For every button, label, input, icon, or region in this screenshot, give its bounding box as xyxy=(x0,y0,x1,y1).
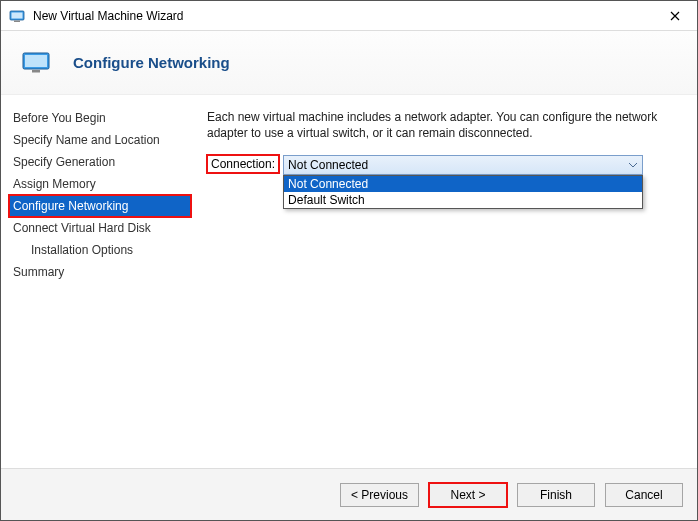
svg-rect-1 xyxy=(12,12,23,18)
step-specify-generation[interactable]: Specify Generation xyxy=(9,151,191,173)
finish-button[interactable]: Finish xyxy=(517,483,595,507)
connection-selected-value: Not Connected xyxy=(288,158,368,172)
titlebar: New Virtual Machine Wizard xyxy=(1,1,697,31)
connection-dropdown[interactable]: Not Connected xyxy=(283,155,643,175)
connection-option-default-switch[interactable]: Default Switch xyxy=(284,192,642,208)
wizard-window: New Virtual Machine Wizard Configure Net… xyxy=(0,0,698,521)
wizard-header: Configure Networking xyxy=(1,31,697,95)
wizard-footer: < Previous Next > Finish Cancel xyxy=(1,468,697,520)
connection-dropdown-list: Not Connected Default Switch xyxy=(283,175,643,209)
close-button[interactable] xyxy=(653,1,697,31)
description-text: Each new virtual machine includes a netw… xyxy=(207,109,681,141)
step-installation-options[interactable]: Installation Options xyxy=(9,239,191,261)
svg-rect-5 xyxy=(32,70,40,73)
page-title: Configure Networking xyxy=(73,54,230,71)
monitor-icon xyxy=(21,48,51,78)
cancel-button[interactable]: Cancel xyxy=(605,483,683,507)
connection-combo-wrap: Not Connected Not Connected Default Swit… xyxy=(283,155,643,175)
connection-option-not-connected[interactable]: Not Connected xyxy=(284,176,642,192)
wizard-steps-sidebar: Before You Begin Specify Name and Locati… xyxy=(1,95,191,468)
connection-label: Connection: xyxy=(207,155,279,173)
svg-rect-4 xyxy=(25,55,47,67)
step-assign-memory[interactable]: Assign Memory xyxy=(9,173,191,195)
step-configure-networking[interactable]: Configure Networking xyxy=(9,195,191,217)
wizard-main-panel: Each new virtual machine includes a netw… xyxy=(191,95,697,468)
chevron-down-icon xyxy=(624,156,642,174)
connection-row: Connection: Not Connected Not Connected … xyxy=(207,155,681,175)
next-button[interactable]: Next > xyxy=(429,483,507,507)
window-title: New Virtual Machine Wizard xyxy=(33,9,653,23)
previous-button[interactable]: < Previous xyxy=(340,483,419,507)
step-connect-vhd[interactable]: Connect Virtual Hard Disk xyxy=(9,217,191,239)
step-summary[interactable]: Summary xyxy=(9,261,191,283)
svg-rect-2 xyxy=(14,20,20,22)
step-specify-name-location[interactable]: Specify Name and Location xyxy=(9,129,191,151)
step-before-you-begin[interactable]: Before You Begin xyxy=(9,107,191,129)
wizard-body: Before You Begin Specify Name and Locati… xyxy=(1,95,697,468)
app-icon xyxy=(9,8,25,24)
